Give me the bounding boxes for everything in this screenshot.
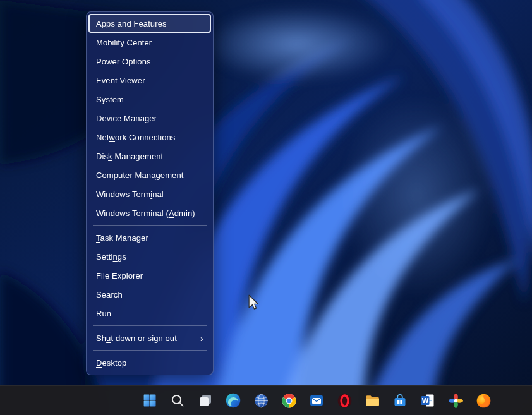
firefox-browser-icon xyxy=(476,393,492,409)
taskbar-word-button[interactable]: W xyxy=(415,388,440,413)
menu-item-label: Network Connections xyxy=(96,133,175,142)
menu-item-apps-and-features[interactable]: Apps and Features xyxy=(88,14,211,33)
svg-text:W: W xyxy=(421,397,428,404)
taskbar-mail-button[interactable] xyxy=(304,388,329,413)
wallpaper-image xyxy=(0,0,532,415)
menu-item-label: Search xyxy=(96,290,123,299)
menu-item-label: Mobility Center xyxy=(96,38,152,47)
microsoft-store-icon xyxy=(392,393,408,408)
menu-item-label: Run xyxy=(96,309,111,318)
mail-icon xyxy=(309,393,324,408)
mouse-cursor-icon xyxy=(248,294,259,310)
taskbar-search-button[interactable] xyxy=(165,388,190,413)
menu-item-shut-down-or-sign-out[interactable]: Shut down or sign out› xyxy=(88,328,211,347)
menu-item-computer-management[interactable]: Computer Management xyxy=(88,165,211,184)
menu-item-label: Windows Terminal xyxy=(96,189,164,199)
menu-item-windows-terminal-admin[interactable]: Windows Terminal (Admin) xyxy=(88,203,211,222)
menu-item-network-connections[interactable]: Network Connections xyxy=(88,128,211,147)
taskbar-file-explorer-button[interactable] xyxy=(360,388,385,413)
menu-item-search[interactable]: Search xyxy=(88,285,211,304)
submenu-chevron-icon: › xyxy=(195,334,203,343)
task-view-icon xyxy=(198,393,213,408)
taskbar-globe-button[interactable] xyxy=(248,388,274,413)
search-icon xyxy=(170,393,185,408)
taskbar-start-button[interactable] xyxy=(137,388,162,413)
menu-item-desktop[interactable]: Desktop xyxy=(88,353,211,372)
opera-browser-icon xyxy=(337,393,353,409)
menu-item-label: Computer Management xyxy=(96,171,184,180)
menu-item-label: Shut down or sign out xyxy=(96,334,177,343)
taskbar-icons: W xyxy=(137,388,496,413)
menu-separator xyxy=(93,325,207,326)
menu-item-label: Task Manager xyxy=(96,233,148,243)
menu-item-label: File Explorer xyxy=(96,271,143,280)
menu-item-label: Power Options xyxy=(96,57,151,66)
taskbar-edge-button[interactable] xyxy=(221,388,246,413)
menu-item-run[interactable]: Run xyxy=(88,304,211,323)
menu-item-label: Event Viewer xyxy=(96,76,145,85)
menu-item-system[interactable]: System xyxy=(88,90,211,109)
menu-item-windows-terminal[interactable]: Windows Terminal xyxy=(88,184,211,203)
file-explorer-folder-icon xyxy=(365,393,380,409)
word-icon: W xyxy=(420,393,435,408)
winx-menu: Apps and FeaturesMobility CenterPower Op… xyxy=(86,11,214,375)
menu-item-label: Settings xyxy=(96,252,126,262)
taskbar-store-button[interactable] xyxy=(387,388,413,413)
menu-item-label: Windows Terminal (Admin) xyxy=(96,208,195,218)
taskbar-task-view-button[interactable] xyxy=(193,388,218,413)
menu-item-task-manager[interactable]: Task Manager xyxy=(88,228,211,247)
taskbar-firefox-button[interactable] xyxy=(471,388,496,413)
menu-item-label: Desktop xyxy=(96,358,126,368)
menu-item-label: Apps and Features xyxy=(96,19,167,28)
desktop: Apps and FeaturesMobility CenterPower Op… xyxy=(0,0,532,415)
taskbar: W xyxy=(0,385,532,415)
edge-browser-icon xyxy=(225,392,241,409)
menu-item-file-explorer[interactable]: File Explorer xyxy=(88,266,211,285)
menu-item-power-options[interactable]: Power Options xyxy=(88,52,211,71)
menu-item-disk-management[interactable]: Disk Management xyxy=(88,147,211,165)
menu-item-mobility-center[interactable]: Mobility Center xyxy=(88,33,211,52)
chrome-browser-icon xyxy=(281,393,297,409)
menu-item-label: System xyxy=(96,95,124,104)
taskbar-opera-button[interactable] xyxy=(332,388,357,413)
menu-item-label: Disk Management xyxy=(96,152,163,161)
menu-item-event-viewer[interactable]: Event Viewer xyxy=(88,71,211,90)
menu-separator xyxy=(93,225,207,226)
menu-item-device-manager[interactable]: Device Manager xyxy=(88,109,211,128)
windows-start-icon xyxy=(142,393,157,408)
taskbar-photos-button[interactable] xyxy=(443,388,468,413)
menu-item-label: Device Manager xyxy=(96,114,157,123)
globe-icon xyxy=(253,393,269,409)
taskbar-chrome-button[interactable] xyxy=(276,388,301,413)
photos-pinwheel-icon xyxy=(448,393,464,409)
menu-separator xyxy=(93,350,207,351)
menu-item-settings[interactable]: Settings xyxy=(88,247,211,266)
